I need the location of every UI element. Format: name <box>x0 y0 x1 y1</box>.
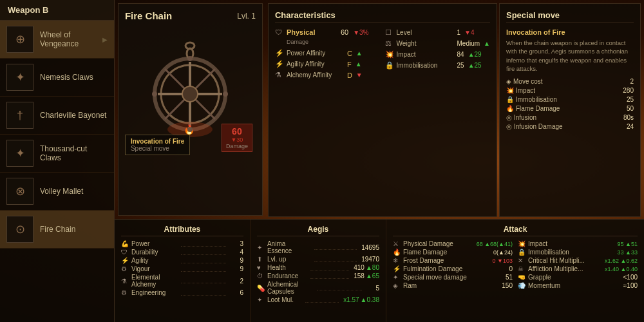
alchemy-affinity-label: Alchemy Affinity <box>287 71 345 79</box>
aegis-anima: ✦ Anima Essence 14695 <box>257 240 379 254</box>
attack-immob: 🔒 Immobilisation 33 ▲33 <box>518 249 638 256</box>
atk-immob-icon: 🔒 <box>518 249 526 256</box>
impact-icon: 💥 <box>385 50 394 59</box>
weapon-list-panel: Weapon B ⊕ Wheel of Vengeance ▶ ✦ Nemesi… <box>0 0 115 322</box>
aegis-lvlup: ⬆ Lvl. up 19470 <box>257 256 379 263</box>
agility-affinity-icon: ⚡ <box>275 60 284 68</box>
char-alchemy-affinity: ⚗ Alchemy Affinity D ▼ <box>275 71 369 79</box>
weapon-item-nemesis[interactable]: ✦ Nemesis Claws <box>0 59 114 97</box>
impact-label: Impact <box>397 51 455 58</box>
special-stat-flame: 🔥 Flame Damage 50 <box>506 105 634 112</box>
weapon-damage-value: 60 <box>226 126 248 137</box>
char-physical-delta: ▼3% <box>353 29 368 36</box>
elemental-alchemy-label: Elemental Alchemy <box>131 274 176 288</box>
loot-dots <box>305 298 339 303</box>
attr-power: 💪 Power 3 <box>121 240 243 247</box>
health-icon: ♥ <box>257 264 265 271</box>
weapon-item-volley[interactable]: ⊗ Volley Mallet <box>0 173 114 211</box>
attack-title: Attack <box>393 225 638 236</box>
weapon-name-wheel: Wheel of Vengeance <box>40 30 102 48</box>
attack-impact: 💥 Impact 95 ▲51 <box>518 240 638 247</box>
aegis-title: Aegis <box>257 225 379 236</box>
special-dmg-icon: ✦ <box>393 274 401 281</box>
fulm-dmg-value: 0 <box>500 265 513 272</box>
health-value-complex: 410 ▲80 <box>354 264 379 271</box>
endurance-icon: ⏱ <box>257 272 265 279</box>
attr-elemental-alchemy: ⚗ Elemental Alchemy 2 <box>121 274 243 288</box>
vigour-dots <box>181 267 226 272</box>
level-delta: ▼4 <box>464 29 474 36</box>
power-icon: 💪 <box>121 240 129 247</box>
sm-infusion-value: 80s <box>623 114 634 121</box>
level-value: 1 <box>457 29 461 36</box>
frost-dmg-label: Frost Damage <box>403 257 490 264</box>
phys-dmg-value: 68 ▲68(▲41) <box>477 241 513 247</box>
attr-engineering: ⚙ Engineering 6 <box>121 289 243 296</box>
fulm-dmg-label: Fulmination Damage <box>403 265 497 272</box>
crit-value: x1.62 ▲0.62 <box>605 258 638 264</box>
char-physical-value: 60 <box>341 28 348 36</box>
capsules-dots <box>317 285 362 290</box>
special-stat-infusion-dmg: ◎ Infusion Damage 24 <box>506 123 634 130</box>
durability-value: 4 <box>231 249 243 256</box>
lvlup-dots <box>314 257 357 262</box>
physical-icon: 🛡 <box>275 28 284 36</box>
attr-vigour: ⚙ Vigour 9 <box>121 265 243 272</box>
level-label: Level <box>397 29 455 36</box>
weapon-item-firechain[interactable]: ⊙ Fire Chain <box>0 211 114 249</box>
sm-infusion-dmg-icon: ◎ <box>506 123 512 130</box>
sm-infusion-icon: ◎ <box>506 114 512 121</box>
weapon-item-charleville[interactable]: † Charleville Bayonet <box>0 97 114 135</box>
sm-impact-value: 280 <box>623 87 634 94</box>
affliction-value: x1.40 ▲0.40 <box>605 266 638 272</box>
loot-value-complex: x1.57 ▲0.38 <box>343 296 379 303</box>
endurance-value-complex: 158 ▲65 <box>354 272 379 279</box>
crit-icon: ✕ <box>518 257 526 264</box>
attack-special-dmg: ✦ Special move damage 51 <box>393 274 513 281</box>
special-move-panel: Special move Invocation of Fire When the… <box>499 3 641 217</box>
momentum-label: Momentum <box>528 282 621 289</box>
engineering-label: Engineering <box>131 289 176 296</box>
attack-right-col: 💥 Impact 95 ▲51 🔒 Immobilisation 33 ▲33 … <box>518 240 638 290</box>
attack-panel: Attack ⚔ Physical Damage 68 ▲68(▲41) 🔥 F… <box>386 220 644 322</box>
sm-impact-label: 💥 Impact <box>506 87 535 94</box>
power-label: Power <box>131 240 176 247</box>
durability-icon: 🛡 <box>121 249 129 256</box>
char-physical-row: 🛡 Physical 60 ▼3% <box>275 28 369 36</box>
weapon-name-thousand: Thousand-cut Claws <box>40 144 108 162</box>
svg-point-12 <box>187 127 193 132</box>
attack-momentum: 💨 Momentum ≈100 <box>518 282 638 289</box>
engineering-dots <box>181 290 226 296</box>
attack-physical-dmg: ⚔ Physical Damage 68 ▲68(▲41) <box>393 240 513 247</box>
lvlup-value: 19470 <box>361 256 379 263</box>
vigour-icon: ⚙ <box>121 265 129 272</box>
attack-left-col: ⚔ Physical Damage 68 ▲68(▲41) 🔥 Flame Da… <box>393 240 513 290</box>
capsules-value: 5 <box>366 285 379 292</box>
power-affinity-icon: ⚡ <box>275 49 284 57</box>
agility-affinity-delta: ▲ <box>355 61 362 68</box>
special-stat-immob: 🔒 Immobilisation 25 <box>506 96 634 103</box>
attack-ram: ◈ Ram 150 <box>393 282 513 289</box>
affliction-icon: ☠ <box>518 265 526 272</box>
move-cost-label: ◈ Move cost <box>506 78 543 85</box>
sm-immob-value: 25 <box>627 96 634 103</box>
weapon-icon-volley: ⊗ <box>6 178 33 205</box>
ram-value: 150 <box>500 282 513 289</box>
endurance-value: 158 <box>354 272 365 279</box>
svg-point-8 <box>185 43 194 49</box>
impact-value: 84 <box>457 51 464 58</box>
flame-dmg-value: 0(▲24) <box>493 249 513 256</box>
phys-dmg-icon: ⚔ <box>393 240 401 247</box>
svg-point-14 <box>223 91 228 97</box>
affliction-label: Affliction Multiplie... <box>528 265 602 272</box>
agility-dots <box>181 258 226 263</box>
weapon-name-nemesis: Nemesis Claws <box>40 73 108 82</box>
weapon-item-thousand[interactable]: ✦ Thousand-cut Claws <box>0 135 114 173</box>
weapon-icon-firechain: ⊙ <box>6 216 33 243</box>
char-weight-row: ⚖ Weight Medium ▲ <box>385 39 490 48</box>
endurance-label: Endurance <box>267 272 306 279</box>
alchemy-affinity-icon: ⚗ <box>275 71 284 79</box>
agility-label: Agility <box>131 257 176 264</box>
loot-label: Loot Mul. <box>267 296 301 303</box>
weapon-item-wheel[interactable]: ⊕ Wheel of Vengeance ▶ <box>0 21 114 59</box>
